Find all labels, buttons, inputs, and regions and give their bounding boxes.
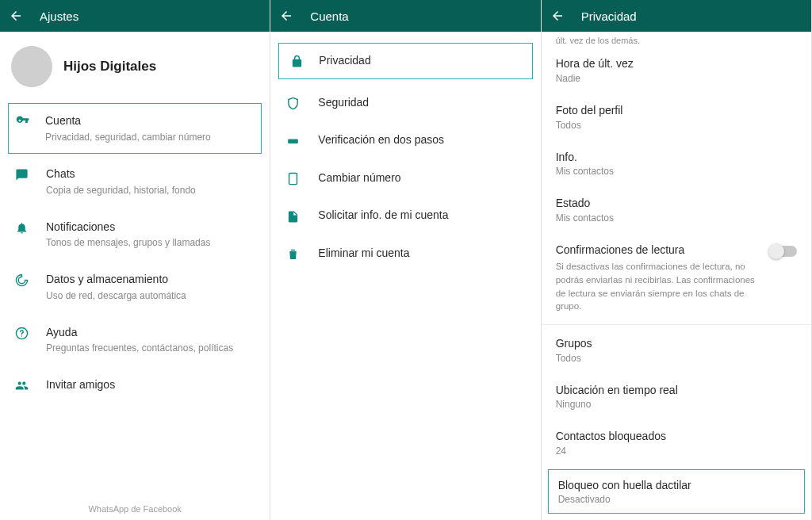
account-item-security[interactable]: Seguridad (270, 84, 540, 122)
phone-icon (285, 170, 301, 185)
settings-item-sub: Preguntas frecuentes, contáctanos, polít… (46, 342, 257, 355)
account-item-change-number[interactable]: Cambiar número (270, 159, 540, 197)
privacy-item-location[interactable]: Ubicación en tiempo real Ninguno (542, 373, 811, 420)
account-panel: Cuenta Privacidad Seguridad Verificación… (270, 0, 541, 520)
privacy-item-sub: 24 (556, 445, 797, 457)
settings-item-invite[interactable]: Invitar amigos (0, 366, 270, 404)
account-item-delete[interactable]: Eliminar mi cuenta (270, 235, 540, 273)
settings-header: Ajustes (0, 0, 270, 32)
privacy-item-sub: Nadie (556, 73, 797, 84)
settings-item-sub: Tonos de mensajes, grupos y llamadas (46, 236, 257, 250)
settings-item-label: Chats (46, 166, 257, 182)
toggle-knob (768, 243, 784, 259)
settings-title: Ajustes (40, 10, 79, 23)
settings-content: Hijos Digitales Cuenta Privacidad, segur… (0, 32, 270, 498)
account-content: Privacidad Seguridad Verificación en dos… (270, 32, 540, 520)
settings-item-label: Datos y almacenamiento (46, 272, 257, 288)
privacy-content: últ. vez de los demás. Hora de últ. vez … (542, 32, 811, 520)
people-icon (13, 377, 30, 392)
privacy-item-title: Grupos (556, 336, 797, 352)
privacy-item-title: Estado (556, 196, 797, 212)
account-item-label: Cambiar número (318, 170, 400, 186)
privacy-item-blocked[interactable]: Contactos bloqueados 24 (542, 419, 811, 466)
profile-row[interactable]: Hijos Digitales (0, 32, 270, 101)
settings-item-label: Notificaciones (46, 220, 257, 235)
back-icon[interactable] (550, 8, 565, 24)
account-item-label: Verificación en dos pasos (318, 132, 444, 148)
privacy-item-title: Contactos bloqueados (556, 429, 797, 445)
chat-icon (13, 166, 30, 182)
settings-item-label: Invitar amigos (46, 377, 257, 393)
back-icon[interactable] (278, 8, 294, 24)
trash-icon (285, 246, 301, 261)
account-header: Cuenta (270, 0, 540, 32)
privacy-top-note: últ. vez de los demás. (542, 32, 811, 47)
privacy-item-groups[interactable]: Grupos Todos (542, 327, 811, 373)
divider (542, 324, 811, 325)
shield-icon (285, 95, 301, 110)
privacy-item-title: Hora de últ. vez (556, 56, 797, 72)
lock-icon (289, 53, 304, 68)
privacy-item-photo[interactable]: Foto del perfil Todos (542, 94, 811, 140)
help-icon (13, 325, 30, 340)
privacy-item-fingerprint[interactable]: Bloqueo con huella dactilar Desactivado (548, 469, 805, 514)
key-icon (13, 113, 31, 128)
account-item-label: Privacidad (319, 53, 370, 69)
privacy-item-sub: Mis contactos (556, 166, 797, 177)
back-icon[interactable] (8, 8, 24, 24)
privacy-item-status[interactable]: Estado Mis contactos (542, 186, 811, 233)
footer-note: WhatsApp de Facebook (0, 498, 270, 520)
settings-item-sub: Copia de seguridad, historial, fondo (46, 184, 257, 197)
password-icon (285, 132, 301, 147)
privacy-item-sub: Desactivado (558, 494, 795, 505)
settings-item-notifications[interactable]: Notificaciones Tonos de mensajes, grupos… (0, 208, 270, 261)
settings-item-account[interactable]: Cuenta Privacidad, seguridad, cambiar nú… (8, 103, 262, 154)
account-item-2step[interactable]: Verificación en dos pasos (270, 121, 540, 159)
privacy-item-title: Ubicación en tiempo real (556, 383, 797, 399)
settings-item-label: Cuenta (45, 113, 253, 129)
account-item-request-info[interactable]: Solicitar info. de mi cuenta (270, 197, 540, 235)
privacy-item-title: Info. (556, 150, 797, 166)
privacy-panel: Privacidad últ. vez de los demás. Hora d… (542, 0, 812, 520)
settings-item-sub: Uso de red, descarga automática (46, 289, 257, 303)
settings-item-sub: Privacidad, seguridad, cambiar número (45, 131, 253, 144)
avatar (11, 46, 52, 87)
privacy-item-title: Bloqueo con huella dactilar (558, 478, 795, 494)
svg-rect-0 (288, 140, 298, 144)
privacy-title: Privacidad (581, 10, 637, 23)
privacy-item-sub: Ninguno (556, 399, 797, 410)
privacy-item-sub: Mis contactos (556, 212, 797, 224)
privacy-header: Privacidad (542, 0, 811, 32)
settings-item-help[interactable]: Ayuda Preguntas frecuentes, contáctanos,… (0, 314, 270, 366)
privacy-item-sub: Todos (556, 353, 797, 364)
account-title: Cuenta (310, 10, 348, 23)
privacy-item-title: Foto del perfil (556, 103, 797, 119)
settings-item-label: Ayuda (46, 325, 257, 341)
account-item-privacy[interactable]: Privacidad (278, 43, 532, 79)
read-receipts-title: Confirmaciones de lectura (556, 243, 762, 258)
profile-name: Hijos Digitales (63, 59, 156, 75)
settings-panel: Ajustes Hijos Digitales Cuenta Privacida… (0, 0, 270, 520)
data-icon (13, 272, 30, 287)
account-item-label: Eliminar mi cuenta (318, 246, 409, 262)
privacy-item-last-seen[interactable]: Hora de últ. vez Nadie (542, 47, 811, 94)
privacy-item-info[interactable]: Info. Mis contactos (542, 140, 811, 187)
account-item-label: Seguridad (318, 95, 369, 111)
bell-icon (13, 220, 30, 235)
read-receipts-desc: Si desactivas las confirmaciones de lect… (556, 260, 762, 313)
read-receipts-toggle[interactable] (770, 246, 797, 257)
privacy-item-read-receipts: Confirmaciones de lectura Si desactivas … (542, 233, 811, 323)
settings-item-data[interactable]: Datos y almacenamiento Uso de red, desca… (0, 261, 270, 313)
document-icon (285, 208, 301, 224)
settings-item-chats[interactable]: Chats Copia de seguridad, historial, fon… (0, 155, 270, 208)
privacy-item-sub: Todos (556, 120, 797, 131)
account-item-label: Solicitar info. de mi cuenta (318, 208, 448, 224)
